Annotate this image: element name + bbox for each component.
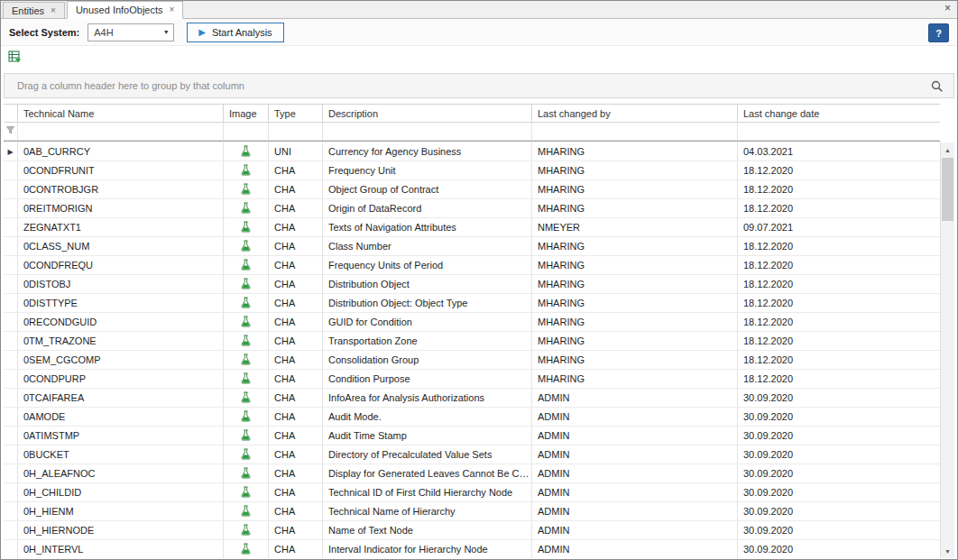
table-row[interactable]: 0DISTOBJ CHA Distribution Object MHARING… [4,275,940,294]
cell-image[interactable] [224,521,269,539]
cell-technical-name[interactable]: 0H_HIERNODE [18,521,224,539]
cell-last-changed-by[interactable]: ADMIN [532,483,738,501]
cell-technical-name[interactable]: 0DISTOBJ [18,275,224,293]
cell-last-changed-by[interactable]: MHARING [532,142,738,161]
filter-input-technical-name[interactable] [18,123,223,140]
cell-type[interactable]: CHA [269,370,323,388]
cell-last-changed-by[interactable]: ADMIN [532,408,738,426]
table-row[interactable]: 0CLASS_NUM CHA Class Number MHARING 18.1… [4,237,940,256]
cell-technical-name[interactable]: 0CONDFRUNIT [18,161,224,179]
table-row[interactable]: 0H_ALEAFNOC CHA Display for Generated Le… [4,464,940,483]
cell-image[interactable] [224,294,269,312]
table-row[interactable]: ZEGNATXT1 CHA Texts of Navigation Attrib… [4,218,940,237]
cell-last-changed-by[interactable]: ADMIN [532,427,738,445]
group-by-panel[interactable]: Drag a column header here to group by th… [4,73,954,98]
cell-type[interactable]: CHA [269,256,323,274]
cell-last-change-date[interactable]: 30.09.2020 [738,408,940,426]
cell-last-changed-by[interactable]: MHARING [532,313,738,331]
column-header-type[interactable]: Type [269,105,323,122]
table-row[interactable]: 0AMODE CHA Audit Mode. ADMIN 30.09.2020 [4,408,940,427]
cell-description[interactable]: Currency for Agency Business [323,142,532,161]
cell-image[interactable] [224,256,269,274]
cell-type[interactable]: CHA [269,313,323,331]
tab-entities-close-icon[interactable]: × [51,6,56,15]
cell-technical-name[interactable]: 0CLASS_NUM [18,237,224,255]
cell-technical-name[interactable]: 0RECONDGUID [18,313,224,331]
cell-type[interactable]: CHA [269,389,323,407]
cell-description[interactable]: Display for Generated Leaves Cannot Be C… [323,464,532,482]
cell-type[interactable]: CHA [269,540,323,558]
column-header-technical-name[interactable]: Technical Name [18,105,224,122]
cell-last-change-date[interactable]: 18.12.2020 [738,256,940,274]
cell-type[interactable]: CHA [269,275,323,293]
table-row[interactable]: 0H_CHILDID CHA Technical ID of First Chi… [4,483,940,502]
cell-description[interactable]: Frequency Units of Period [323,256,532,274]
column-header-last-changed-by[interactable]: Last changed by [532,105,738,122]
cell-description[interactable]: Audit Time Stamp [323,427,532,445]
cell-image[interactable] [224,332,269,350]
filter-cell-image[interactable] [224,123,269,141]
cell-last-change-date[interactable]: 30.09.2020 [738,445,940,464]
cell-last-change-date[interactable]: 18.12.2020 [738,370,940,388]
table-row[interactable]: 0CONDFRUNIT CHA Frequency Unit MHARING 1… [4,161,940,180]
cell-type[interactable]: CHA [269,218,323,236]
cell-last-changed-by[interactable]: MHARING [532,180,738,198]
cell-technical-name[interactable]: 0DISTTYPE [18,294,224,312]
cell-image[interactable] [224,142,269,161]
cell-type[interactable]: CHA [269,521,323,539]
table-row[interactable]: 0CONTROBJGR CHA Object Group of Contract… [4,180,940,199]
cell-technical-name[interactable]: 0AMODE [18,408,224,426]
tab-unused-infoobjects-close-icon[interactable]: × [170,5,175,14]
tab-unused-infoobjects[interactable]: Unused InfoObjects × [67,1,183,19]
table-row[interactable]: 0H_HIERNODE CHA Name of Text Node ADMIN … [4,521,940,540]
cell-technical-name[interactable]: ZEGNATXT1 [18,218,224,236]
cell-technical-name[interactable]: 0CONDPURP [18,370,224,388]
cell-last-changed-by[interactable]: ADMIN [532,502,738,520]
cell-image[interactable] [224,237,269,255]
cell-type[interactable]: CHA [269,464,323,482]
cell-last-change-date[interactable]: 30.09.2020 [738,502,940,520]
cell-last-change-date[interactable]: 09.07.2021 [738,218,940,236]
cell-description[interactable]: Object Group of Contract [323,180,532,198]
cell-type[interactable]: CHA [269,199,323,217]
scrollbar-thumb[interactable] [942,158,953,221]
cell-description[interactable]: Interval Indicator for Hierarchy Node [323,540,532,558]
cell-technical-name[interactable]: 0AB_CURRCY [18,142,224,161]
cell-last-change-date[interactable]: 18.12.2020 [738,237,940,255]
cell-last-changed-by[interactable]: ADMIN [532,445,738,464]
cell-image[interactable] [224,464,269,482]
cell-technical-name[interactable]: 0H_ALEAFNOC [18,464,224,482]
cell-image[interactable] [224,199,269,217]
cell-image[interactable] [224,427,269,445]
cell-last-changed-by[interactable]: NMEYER [532,218,738,236]
cell-image[interactable] [224,445,269,464]
cell-type[interactable]: CHA [269,180,323,198]
cell-image[interactable] [224,180,269,198]
cell-technical-name[interactable]: 0H_HIENM [18,502,224,520]
cell-last-changed-by[interactable]: MHARING [532,256,738,274]
cell-image[interactable] [224,218,269,236]
cell-last-changed-by[interactable]: ADMIN [532,540,738,558]
filter-input-last-change-date[interactable] [738,123,940,140]
cell-last-changed-by[interactable]: ADMIN [532,464,738,482]
cell-last-change-date[interactable]: 18.12.2020 [738,332,940,350]
table-row[interactable]: 0BUCKET CHA Directory of Precalculated V… [4,445,940,464]
cell-last-changed-by[interactable]: MHARING [532,370,738,388]
cell-last-change-date[interactable]: 18.12.2020 [738,199,940,217]
cell-last-changed-by[interactable]: ADMIN [532,389,738,407]
column-header-image[interactable]: Image [224,105,269,122]
cell-last-change-date[interactable]: 18.12.2020 [738,351,940,369]
cell-technical-name[interactable]: 0BUCKET [18,445,224,464]
column-header-last-change-date[interactable]: Last change date [738,105,940,122]
table-row[interactable]: 0TCAIFAREA CHA InfoArea for Analysis Aut… [4,389,940,408]
cell-type[interactable]: UNI [269,142,323,161]
cell-type[interactable]: CHA [269,502,323,520]
cell-technical-name[interactable]: 0H_INTERVL [18,540,224,558]
cell-type[interactable]: CHA [269,237,323,255]
vertical-scrollbar[interactable]: ▲ ▼ [940,142,954,558]
cell-technical-name[interactable]: 0CONTROBJGR [18,180,224,198]
cell-description[interactable]: Transportation Zone [323,332,532,350]
cell-last-changed-by[interactable]: MHARING [532,351,738,369]
cell-technical-name[interactable]: 0TM_TRAZONE [18,332,224,350]
cell-description[interactable]: GUID for Condition [323,313,532,331]
